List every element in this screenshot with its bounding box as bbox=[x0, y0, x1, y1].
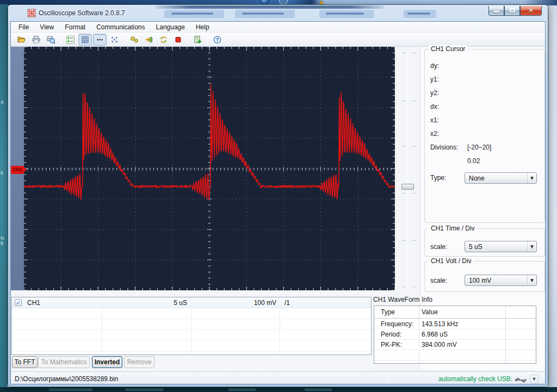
maximize-button[interactable] bbox=[504, 6, 520, 16]
time-scale-label: scale: bbox=[430, 243, 447, 251]
info-row-type: Period: bbox=[381, 331, 401, 338]
titlebar[interactable]: Oscilloscope Software 2.0.8.7 ✕ bbox=[8, 5, 548, 21]
chevron-down-icon: ▼ bbox=[527, 241, 536, 252]
slider-tick-mark bbox=[403, 287, 406, 287]
refresh-icon bbox=[159, 35, 168, 44]
menu-help[interactable]: Help bbox=[190, 22, 215, 32]
print-icon bbox=[32, 35, 41, 44]
print-button[interactable] bbox=[29, 34, 43, 46]
file-path: D:\Осцилограммы\2005538289.bin bbox=[15, 375, 118, 383]
stop-button[interactable] bbox=[171, 34, 185, 46]
app-window: Oscilloscope Software 2.0.8.7 ✕ FileView… bbox=[8, 4, 548, 387]
channel-empty-row bbox=[12, 308, 371, 319]
waveform-info-row: Frequency:143.513 kHz bbox=[374, 319, 536, 329]
slider-tick-mark bbox=[412, 53, 416, 53]
channel-empty-row bbox=[12, 319, 371, 330]
table-header-type: Type bbox=[381, 308, 395, 316]
channel-marker-label: CH1 bbox=[13, 167, 22, 172]
cursor-field-row: dy: bbox=[425, 62, 544, 74]
refresh-button[interactable] bbox=[157, 34, 170, 46]
info-row-value: 143.513 kHz bbox=[422, 320, 458, 328]
channel-row[interactable]: ✓CH15 uS100 mV/1 bbox=[12, 297, 371, 308]
cursor-field-row: y1: bbox=[425, 76, 544, 88]
vertical-position-slider bbox=[395, 47, 420, 290]
maximize-icon bbox=[510, 8, 515, 13]
close-button[interactable]: ✕ bbox=[520, 6, 542, 16]
menu-bar: FileViewFormatCommunicationsLanguageHelp bbox=[11, 22, 545, 33]
export-button[interactable] bbox=[191, 34, 205, 46]
scope-display[interactable] bbox=[24, 47, 395, 290]
toolbar-separator bbox=[207, 35, 208, 45]
volt-div-group-title: CH1 Volt / Div bbox=[429, 257, 474, 265]
info-row-value: 6.968 uS bbox=[422, 331, 448, 338]
points-button[interactable] bbox=[108, 34, 121, 46]
window-title: Oscilloscope Software 2.0.8.7 bbox=[39, 9, 125, 17]
cursor-type-select[interactable]: None ▼ bbox=[465, 172, 537, 184]
info-row-value: 384.000 mV bbox=[422, 341, 457, 349]
channel-list-button[interactable] bbox=[64, 34, 77, 46]
table-header-row: TypeValue bbox=[374, 306, 536, 319]
app-icon bbox=[27, 9, 36, 17]
slider-track[interactable] bbox=[407, 50, 408, 288]
export-icon bbox=[193, 35, 202, 44]
settings-gears-icon bbox=[129, 35, 139, 44]
waveform-info-table: TypeValueFrequency:143.513 kHzPeriod:6.9… bbox=[374, 306, 536, 364]
taskbar-item bbox=[228, 388, 256, 391]
open-file-button[interactable] bbox=[15, 34, 28, 46]
usb-dropdown-caret[interactable]: ▼ bbox=[530, 375, 539, 383]
channel-volt-scale: 100 mV bbox=[191, 299, 276, 307]
grid-toggle-icon bbox=[81, 35, 90, 44]
volt-div-select[interactable]: 100 mV ▼ bbox=[465, 275, 537, 286]
menu-communications[interactable]: Communications bbox=[91, 22, 150, 32]
desktop-icon-label-fragment: X bbox=[1, 99, 4, 105]
desktop-icon-label-fragment: ti bbox=[1, 170, 3, 176]
help-button[interactable]: ? bbox=[211, 34, 224, 46]
waveform-info-row: Period:6.968 uS bbox=[374, 329, 536, 340]
status-separator bbox=[388, 374, 389, 384]
background-tab bbox=[319, 10, 374, 18]
dots-line-toggle-button[interactable] bbox=[93, 34, 107, 46]
cursor-field-label: y2: bbox=[430, 89, 439, 97]
to-fft-button[interactable]: To FFT bbox=[12, 356, 38, 368]
channel-marker-ch1[interactable]: CH1 bbox=[11, 166, 24, 174]
menu-format[interactable]: Format bbox=[59, 22, 91, 32]
waveform-info-empty-row bbox=[374, 360, 536, 371]
menu-language[interactable]: Language bbox=[151, 22, 190, 32]
slider-tick-mark bbox=[403, 101, 406, 101]
volt-div-value: 100 mV bbox=[469, 277, 491, 284]
screen: XtiN ft Oscilloscope Software 2.0.8.7 ✕ … bbox=[0, 0, 557, 392]
background-tab bbox=[404, 10, 436, 18]
client-area: FileViewFormatCommunicationsLanguageHelp… bbox=[10, 21, 546, 384]
time-div-value: 5 uS bbox=[469, 243, 482, 251]
slider-thumb[interactable] bbox=[401, 184, 414, 190]
menu-view[interactable]: View bbox=[34, 22, 59, 32]
desktop-right-strip bbox=[548, 5, 557, 387]
minimize-button[interactable] bbox=[488, 6, 504, 16]
help-icon: ? bbox=[213, 35, 222, 44]
menu-file[interactable]: File bbox=[13, 22, 34, 32]
taskbar-item bbox=[49, 388, 92, 391]
settings-gears-button[interactable] bbox=[127, 34, 141, 46]
slider-tick-mark bbox=[412, 146, 416, 147]
channel-name: CH1 bbox=[27, 299, 40, 307]
desktop-icon-label-fragment: N ft bbox=[1, 235, 8, 246]
cursor-field-label: dy: bbox=[430, 62, 439, 70]
channel-list: ✓CH15 uS100 mV/1 bbox=[11, 297, 372, 355]
minimize-icon bbox=[494, 11, 499, 13]
connect-device-button[interactable] bbox=[142, 34, 156, 46]
inverted-button[interactable]: Inverted bbox=[92, 356, 122, 368]
slider-tick-mark bbox=[412, 193, 416, 194]
slider-tick-mark bbox=[403, 53, 406, 53]
time-div-select[interactable]: 5 uS ▼ bbox=[465, 241, 537, 252]
cursor-group-title: CH1 Cursor bbox=[429, 45, 467, 53]
cursor-field-row: Divisions:[-20~20] bbox=[425, 144, 544, 155]
svg-text:?: ? bbox=[216, 37, 219, 42]
volt-div-group: CH1 Volt / Div scale: 100 mV ▼ bbox=[424, 261, 545, 292]
cursor-field-row: dx: bbox=[425, 103, 544, 115]
toolbar-separator bbox=[188, 35, 188, 45]
print-preview-button[interactable] bbox=[44, 34, 58, 46]
channel-checkbox[interactable]: ✓ bbox=[15, 299, 22, 306]
channel-probe: /1 bbox=[284, 299, 290, 307]
toolbar-separator bbox=[60, 35, 61, 45]
grid-toggle-button[interactable] bbox=[78, 34, 92, 46]
